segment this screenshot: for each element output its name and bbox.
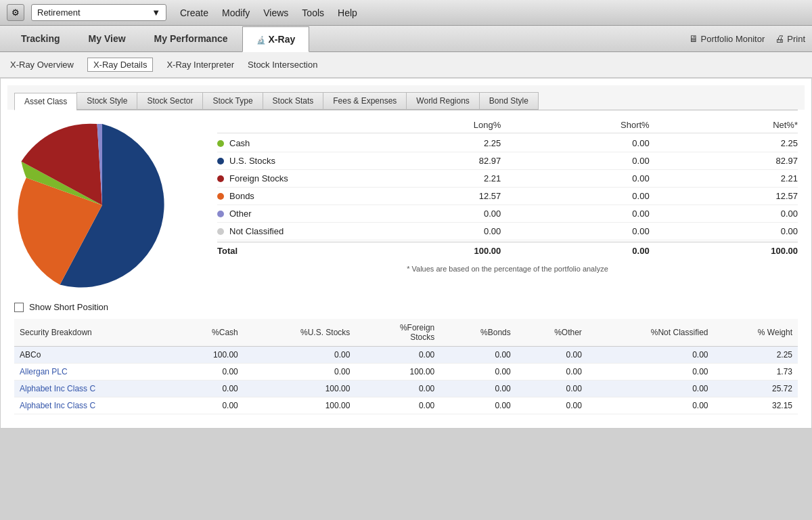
data-row-cash: Cash 2.25 0.00 2.25	[217, 135, 798, 152]
table-row: ABCo 100.00 0.00 0.00 0.00 0.00 0.00 2.2…	[14, 347, 798, 364]
table-row: Alphabet Inc Class C 0.00 100.00 0.00 0.…	[14, 397, 798, 414]
portfolio-monitor-action[interactable]: 🖥 Portfolio Monitor	[689, 33, 765, 44]
gear-button[interactable]: ⚙	[7, 4, 24, 21]
show-short-checkbox[interactable]	[14, 303, 24, 312]
security-link[interactable]: Alphabet Inc Class C	[20, 384, 95, 393]
dot-bonds	[217, 193, 224, 200]
show-short-label: Show Short Position	[29, 302, 108, 312]
data-row-other: Other 0.00 0.00 0.00	[217, 205, 798, 223]
sub-nav: X-Ray Overview X-Ray Details X-Ray Inter…	[0, 52, 812, 78]
asset-tab-worldregions[interactable]: World Regions	[406, 92, 478, 110]
tab-actions: 🖥 Portfolio Monitor 🖨 Print	[689, 26, 805, 51]
subnav-stock-intersection[interactable]: Stock Intersection	[248, 60, 317, 70]
xray-icon: 🔬	[256, 36, 266, 44]
tab-myview[interactable]: My View	[74, 26, 140, 51]
total-row: Total 100.00 0.00 100.00	[217, 242, 798, 259]
data-row-usstocks: U.S. Stocks 82.97 0.00 82.97	[217, 152, 798, 170]
asset-tab-fees[interactable]: Fees & Expenses	[323, 92, 406, 110]
portfolio-selector[interactable]: Retirement ▼	[31, 4, 166, 21]
gear-icon: ⚙	[12, 7, 20, 18]
subnav-xray-overview[interactable]: X-Ray Overview	[10, 60, 74, 70]
tab-bar: Tracking My View My Performance 🔬X-Ray 🖥…	[0, 26, 812, 52]
col-short: Short%	[501, 120, 649, 130]
asset-class-tabs: Asset Class Stock Style Stock Sector Sto…	[7, 85, 805, 110]
tab-tracking[interactable]: Tracking	[7, 26, 74, 51]
subnav-xray-interpreter[interactable]: X-Ray Interpreter	[166, 60, 234, 70]
menu-modify[interactable]: Modify	[222, 7, 250, 18]
breakdown-header-row: Security Breakdown %Cash %U.S. Stocks %F…	[14, 319, 798, 347]
menu-items: Create Modify Views Tools Help	[180, 7, 357, 18]
col-foreign-stocks: %ForeignStocks	[355, 319, 440, 347]
breakdown-table: Security Breakdown %Cash %U.S. Stocks %F…	[14, 319, 798, 414]
data-table-header: Long% Short% Net%*	[217, 117, 798, 133]
menu-bar: ⚙ Retirement ▼ Create Modify Views Tools…	[0, 0, 812, 26]
pie-chart	[14, 117, 190, 293]
col-other: %Other	[516, 319, 587, 347]
menu-tools[interactable]: Tools	[302, 7, 324, 18]
tab-xray[interactable]: 🔬X-Ray	[242, 26, 310, 52]
pie-chart-container	[14, 117, 204, 295]
col-weight: % Weight	[713, 319, 798, 347]
col-us-stocks: %U.S. Stocks	[244, 319, 356, 347]
dropdown-arrow-icon: ▼	[152, 7, 160, 18]
asset-tab-stockstats[interactable]: Stock Stats	[263, 92, 323, 110]
dot-cash	[217, 140, 224, 147]
dot-foreignstocks	[217, 175, 224, 182]
print-icon: 🖨	[775, 33, 784, 44]
col-long: Long%	[353, 120, 501, 130]
col-bonds: %Bonds	[440, 319, 516, 347]
col-cash: %Cash	[175, 319, 243, 347]
menu-create[interactable]: Create	[180, 7, 208, 18]
table-row: Allergan PLC 0.00 0.00 100.00 0.00 0.00 …	[14, 364, 798, 381]
asset-tab-stocksector[interactable]: Stock Sector	[137, 92, 202, 110]
security-name: Allergan PLC	[14, 364, 175, 381]
data-table-area: Long% Short% Net%* Cash 2.25 0.00 2.25 U…	[217, 117, 798, 295]
dot-notclassified	[217, 228, 224, 235]
asset-tab-stocktype[interactable]: Stock Type	[202, 92, 262, 110]
menu-views[interactable]: Views	[263, 7, 288, 18]
data-row-notclassified: Not Classified 0.00 0.00 0.00	[217, 223, 798, 240]
monitor-icon: 🖥	[689, 33, 698, 44]
breakdown-section: Security Breakdown %Cash %U.S. Stocks %F…	[7, 319, 805, 421]
col-security-breakdown: Security Breakdown	[14, 319, 175, 347]
footnote: * Values are based on the percentage of …	[217, 259, 798, 276]
subnav-xray-details[interactable]: X-Ray Details	[87, 58, 153, 72]
security-name: ABCo	[14, 347, 175, 364]
security-name: Alphabet Inc Class C	[14, 381, 175, 397]
show-short-position: Show Short Position	[7, 295, 805, 319]
security-name: Alphabet Inc Class C	[14, 397, 175, 414]
security-link[interactable]: Allergan PLC	[20, 367, 68, 376]
portfolio-name: Retirement	[37, 7, 81, 18]
table-row: Alphabet Inc Class C 0.00 100.00 0.00 0.…	[14, 381, 798, 397]
main-content: Asset Class Stock Style Stock Sector Sto…	[0, 78, 812, 429]
data-row-bonds: Bonds 12.57 0.00 12.57	[217, 188, 798, 205]
asset-tab-bondstyle[interactable]: Bond Style	[479, 92, 539, 110]
data-row-foreignstocks: Foreign Stocks 2.21 0.00 2.21	[217, 170, 798, 188]
asset-tab-stockstyle[interactable]: Stock Style	[76, 92, 137, 110]
security-link[interactable]: Alphabet Inc Class C	[20, 401, 95, 410]
menu-help[interactable]: Help	[338, 7, 357, 18]
col-not-classified: %Not Classified	[587, 319, 714, 347]
asset-tab-assetclass[interactable]: Asset Class	[14, 93, 76, 110]
print-action[interactable]: 🖨 Print	[775, 33, 805, 44]
col-net: Net%*	[650, 120, 798, 130]
tab-myperformance[interactable]: My Performance	[140, 26, 242, 51]
dot-usstocks	[217, 158, 224, 165]
asset-class-content: Long% Short% Net%* Cash 2.25 0.00 2.25 U…	[7, 110, 805, 295]
dot-other	[217, 211, 224, 217]
